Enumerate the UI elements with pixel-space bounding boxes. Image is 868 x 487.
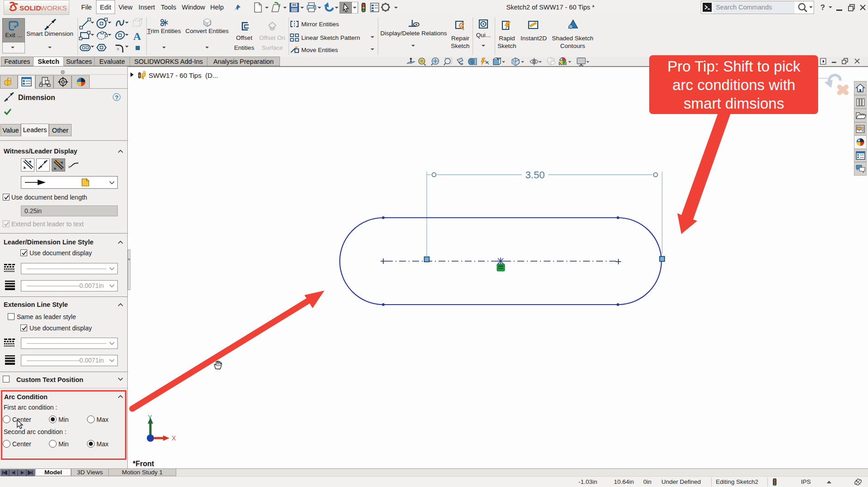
svg-text:WORKS: WORKS <box>40 4 67 12</box>
svg-text:SOLID: SOLID <box>19 4 41 12</box>
